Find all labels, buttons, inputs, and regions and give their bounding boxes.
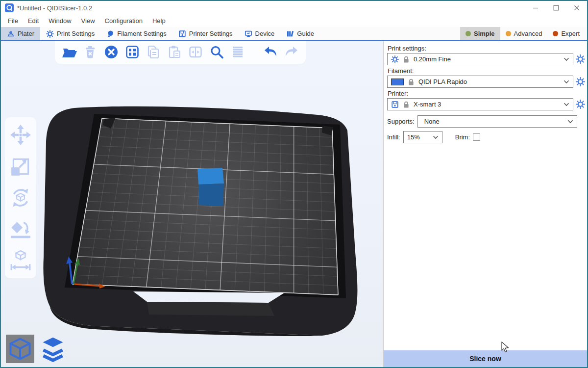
close-button[interactable] bbox=[566, 1, 587, 15]
mode-simple[interactable]: Simple bbox=[460, 27, 500, 40]
chevron-down-icon bbox=[564, 57, 569, 61]
chevron-down-icon bbox=[564, 103, 569, 106]
tab-plater[interactable]: Plater bbox=[1, 27, 40, 40]
chevron-down-icon bbox=[567, 120, 573, 124]
variable-layer-height-button[interactable] bbox=[229, 44, 246, 60]
menu-file[interactable]: File bbox=[3, 16, 23, 26]
gizmo-toolbar bbox=[5, 117, 36, 278]
printer-label: Printer: bbox=[388, 90, 583, 97]
delete-all-button[interactable] bbox=[103, 44, 120, 60]
tab-bar: Plater Print Settings Filament Settings … bbox=[1, 27, 587, 41]
device-monitor-icon bbox=[245, 30, 252, 38]
filament-icon bbox=[106, 30, 114, 38]
tab-guide[interactable]: Guide bbox=[280, 27, 320, 40]
print-settings-label: Print settings: bbox=[388, 45, 583, 52]
preview-layers-view-button[interactable] bbox=[39, 335, 67, 363]
delete-button[interactable] bbox=[82, 44, 98, 60]
minimize-button[interactable] bbox=[525, 1, 546, 15]
infill-dropdown[interactable]: 15% bbox=[403, 131, 442, 143]
menu-window[interactable]: Window bbox=[44, 16, 76, 26]
slice-now-button[interactable]: Slice now bbox=[384, 350, 587, 367]
search-button[interactable] bbox=[208, 44, 225, 60]
rotate-tool-button[interactable] bbox=[9, 186, 32, 210]
view-mode-toggles bbox=[6, 335, 67, 363]
tab-printer-settings[interactable]: Printer Settings bbox=[172, 27, 239, 40]
lock-icon bbox=[402, 101, 410, 108]
infill-value: 15% bbox=[407, 133, 420, 141]
mode-expert[interactable]: Expert bbox=[547, 27, 585, 40]
redo-button[interactable] bbox=[283, 44, 300, 60]
layers-preview-icon bbox=[40, 336, 66, 362]
mode-selector: Simple Advanced Expert bbox=[460, 27, 587, 40]
infill-label: Infill: bbox=[387, 133, 400, 141]
expert-mode-dot-icon bbox=[553, 31, 558, 36]
app-window: *Untitled - QIDISlicer-1.0.2 File Edit W… bbox=[0, 0, 588, 368]
simple-mode-dot-icon bbox=[466, 31, 471, 36]
supports-value: None bbox=[421, 118, 440, 125]
menu-edit[interactable]: Edit bbox=[23, 16, 44, 26]
menu-help[interactable]: Help bbox=[147, 16, 171, 26]
settings-sidebar: Print settings: 0.20mm Fine Filament: QI… bbox=[383, 41, 587, 367]
tab-device[interactable]: Device bbox=[239, 27, 281, 40]
brim-label: Brim: bbox=[455, 133, 470, 141]
title-bar: *Untitled - QIDISlicer-1.0.2 bbox=[1, 1, 587, 15]
menu-bar: File Edit Window View Configuration Help bbox=[1, 15, 587, 27]
brim-checkbox[interactable] bbox=[473, 133, 480, 141]
lock-icon bbox=[407, 78, 415, 86]
filament-label: Filament: bbox=[388, 67, 583, 75]
guide-books-icon bbox=[286, 30, 294, 38]
move-tool-button[interactable] bbox=[9, 123, 32, 147]
chevron-down-icon bbox=[564, 80, 569, 84]
build-plate[interactable] bbox=[73, 118, 338, 295]
lock-icon bbox=[402, 55, 410, 63]
supports-dropdown[interactable]: None bbox=[417, 115, 577, 128]
split-button[interactable] bbox=[187, 44, 204, 60]
app-logo-icon bbox=[5, 3, 14, 12]
arrange-button[interactable] bbox=[124, 44, 141, 60]
filament-color-swatch bbox=[391, 79, 404, 85]
gear-icon bbox=[391, 55, 399, 63]
undo-button[interactable] bbox=[262, 44, 279, 60]
filament-value: QIDI PLA Rapido bbox=[418, 78, 467, 85]
tab-filament-settings[interactable]: Filament Settings bbox=[100, 27, 172, 40]
chevron-down-icon bbox=[433, 135, 439, 139]
edit-print-settings-button[interactable] bbox=[576, 54, 585, 64]
model-cube[interactable] bbox=[197, 168, 224, 206]
printer-value: X-smart 3 bbox=[414, 101, 441, 108]
tab-print-settings[interactable]: Print Settings bbox=[40, 27, 100, 40]
mouse-cursor bbox=[501, 342, 510, 353]
menu-view[interactable]: View bbox=[76, 16, 100, 26]
printer-dropdown[interactable]: X-smart 3 bbox=[387, 98, 573, 110]
paste-button[interactable] bbox=[166, 44, 183, 60]
print-settings-value: 0.20mm Fine bbox=[414, 55, 451, 63]
copy-button[interactable] bbox=[145, 44, 162, 60]
printer-icon bbox=[391, 101, 399, 108]
supports-label: Supports: bbox=[387, 118, 415, 125]
printer-icon bbox=[178, 30, 186, 38]
plater-toolbar bbox=[55, 41, 306, 64]
edit-filament-button[interactable] bbox=[576, 77, 585, 86]
mode-advanced[interactable]: Advanced bbox=[500, 27, 548, 40]
scale-tool-button[interactable] bbox=[9, 155, 32, 178]
plater-icon bbox=[7, 30, 15, 38]
measure-tool-button[interactable] bbox=[9, 249, 32, 272]
place-on-face-tool-button[interactable] bbox=[9, 217, 32, 241]
maximize-button[interactable] bbox=[546, 1, 566, 15]
edit-printer-button[interactable] bbox=[576, 100, 585, 109]
cube-3d-view-icon bbox=[7, 336, 33, 362]
menu-configuration[interactable]: Configuration bbox=[100, 16, 147, 26]
advanced-mode-dot-icon bbox=[506, 31, 511, 36]
3d-viewport[interactable] bbox=[1, 41, 383, 367]
filament-dropdown[interactable]: QIDI PLA Rapido bbox=[387, 76, 573, 88]
window-title: *Untitled - QIDISlicer-1.0.2 bbox=[17, 4, 525, 12]
3d-editor-view-button[interactable] bbox=[6, 335, 34, 363]
open-file-button[interactable] bbox=[61, 44, 77, 60]
print-settings-dropdown[interactable]: 0.20mm Fine bbox=[387, 53, 573, 65]
print-settings-gear-icon bbox=[46, 30, 54, 38]
